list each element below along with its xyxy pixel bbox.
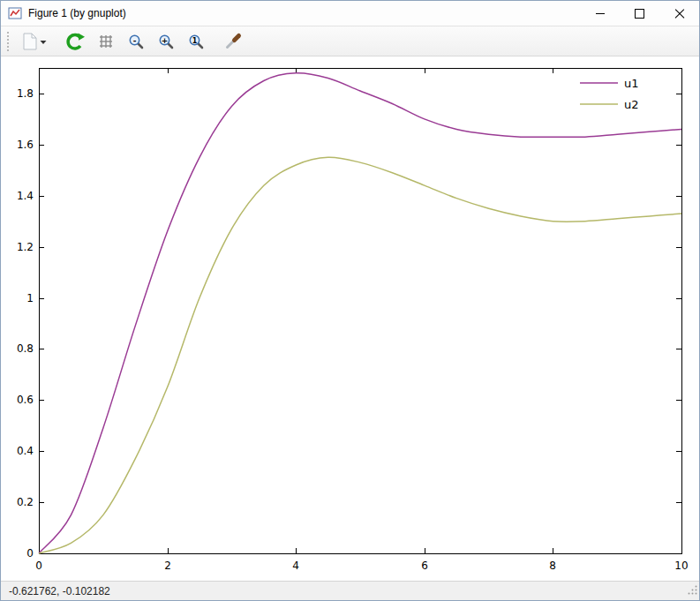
series-u1-line [39,73,681,553]
svg-text:+: + [162,35,169,44]
x-tick-label: 2 [164,560,171,572]
app-icon [8,6,22,20]
statusbar: -0.621762, -0.102182 [1,581,699,600]
cursor-coordinates: -0.621762, -0.102182 [9,585,110,597]
y-tick-label: 0.2 [17,496,34,508]
zoom-previous-button[interactable]: - [124,30,148,53]
plot-canvas[interactable]: 024681000.20.40.60.811.21.41.61.8u1u2 [1,56,699,581]
maximize-button[interactable] [620,1,659,26]
series-u2-line [39,157,681,553]
x-tick-label: 4 [292,560,299,572]
titlebar: Figure 1 (by gnuplot) [1,1,699,26]
x-tick-label: 8 [549,560,556,572]
resize-grip-icon [687,584,698,596]
x-tick-label: 10 [674,560,688,572]
minimize-button[interactable] [580,1,620,26]
gnuplot-window: Figure 1 (by gnuplot) [0,0,700,601]
maximize-icon [635,9,644,19]
svg-text:-: - [133,35,137,44]
zoom-previous-icon: - [127,33,145,50]
export-dropdown-icon [40,33,47,50]
y-tick-label: 1 [26,292,34,304]
y-tick-label: 1.8 [17,87,34,100]
y-tick-label: 0 [26,547,34,560]
y-tick-label: 0.4 [17,445,34,457]
window-controls [580,1,699,26]
autoscale-button[interactable]: 1 [184,30,208,53]
plot-area: 024681000.20.40.60.811.21.41.61.8u1u2 [1,56,699,581]
y-tick-label: 1.2 [17,241,34,253]
export-document-icon [21,33,39,50]
configure-button[interactable] [220,30,246,53]
y-tick-label: 1.4 [17,190,34,202]
close-button[interactable] [659,1,699,26]
minimize-icon [596,13,605,14]
close-icon [674,8,685,19]
window-title: Figure 1 (by gnuplot) [28,7,126,19]
autoscale-icon: 1 [187,33,205,50]
configure-wrench-icon [223,32,243,51]
svg-text:1: 1 [192,36,198,44]
x-tick-label: 6 [421,560,428,572]
y-tick-label: 0.6 [17,394,34,406]
grid-icon [97,33,115,50]
grid-button[interactable] [94,30,118,53]
replot-icon [65,32,85,51]
zoom-next-button[interactable]: + [154,30,178,53]
legend-label-u1: u1 [624,77,639,90]
x-tick-label: 0 [35,560,42,572]
zoom-next-icon: + [157,33,175,50]
toolbar: - + 1 [1,26,699,56]
plot-border [39,68,681,553]
y-tick-label: 0.8 [17,342,34,355]
legend-label-u2: u2 [624,98,639,111]
resize-grip[interactable] [687,583,698,599]
export-button[interactable] [18,30,50,53]
toolbar-gripper [7,32,9,51]
replot-button[interactable] [62,30,88,53]
y-tick-label: 1.6 [17,139,34,151]
